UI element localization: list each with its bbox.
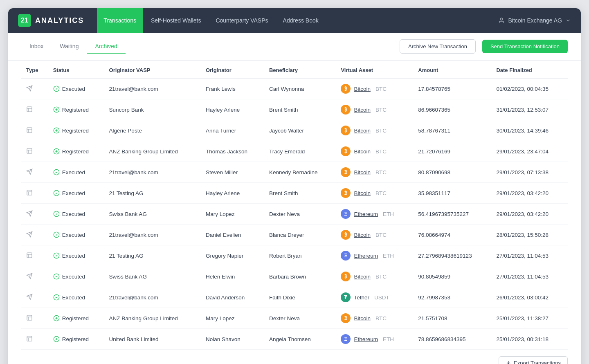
asset-name[interactable]: Bitcoin: [354, 128, 371, 134]
asset-name[interactable]: Bitcoin: [354, 148, 371, 155]
cell-originator-vasp: ANZ Banking Group Limited: [104, 141, 201, 162]
cell-virtual-asset: ₿ Bitcoin BTC: [336, 120, 413, 141]
cell-status: Executed: [48, 79, 104, 99]
cell-date: 27/01/2023, 11:04:53: [491, 266, 568, 287]
asset-name[interactable]: Bitcoin: [354, 274, 371, 280]
asset-name[interactable]: Bitcoin: [354, 315, 371, 321]
type-icon: [26, 232, 33, 239]
table-row[interactable]: Executed Swiss Bank AG Helen Elwin Barba…: [21, 266, 568, 287]
cell-originator: Hayley Arlene: [201, 183, 264, 204]
tab-waiting[interactable]: Waiting: [52, 40, 87, 54]
type-icon: [26, 107, 33, 114]
cell-amount: 21.72076169: [413, 141, 491, 162]
table-row[interactable]: Registered Algérie Poste Anna Turner Jay…: [21, 120, 568, 141]
tab-inbox[interactable]: Inbox: [21, 40, 52, 54]
status-label: Executed: [62, 211, 85, 217]
nav-link-addressbook[interactable]: Address Book: [277, 8, 325, 33]
cell-type: [21, 287, 48, 308]
asset-name[interactable]: Ethereum: [354, 211, 378, 217]
cell-originator-vasp: 21travel@bank.com: [104, 287, 201, 308]
asset-ticker: BTC: [375, 169, 387, 175]
cell-type: [21, 183, 48, 204]
cell-type: [21, 120, 48, 141]
cell-amount: 78.8659686834395: [413, 329, 491, 350]
table-row[interactable]: Registered ANZ Banking Group Limited Mar…: [21, 308, 568, 329]
status-label: Registered: [62, 148, 89, 155]
svg-point-0: [501, 18, 503, 20]
cell-type: [21, 99, 48, 120]
cell-status: Executed: [48, 225, 104, 245]
cell-type: [21, 266, 48, 287]
plus-circle-icon: [53, 106, 60, 113]
asset-name[interactable]: Bitcoin: [354, 107, 371, 113]
asset-name[interactable]: Bitcoin: [354, 169, 371, 175]
cell-originator: Nolan Shavon: [201, 329, 264, 350]
col-amount: Amount: [413, 61, 491, 79]
asset-icon: ₿: [341, 146, 351, 156]
asset-name[interactable]: Bitcoin: [354, 86, 371, 92]
tab-archived[interactable]: Archived: [87, 40, 125, 54]
asset-name[interactable]: Tether: [354, 294, 369, 301]
table-row[interactable]: Executed 21travel@bank.com Frank Lewis C…: [21, 79, 568, 99]
asset-icon: ₮: [341, 292, 351, 302]
nav-user[interactable]: Bitcoin Exchange AG: [498, 17, 571, 24]
cell-amount: 92.79987353: [413, 287, 491, 308]
cell-status: Executed: [48, 287, 104, 308]
chevron-down-icon: [565, 18, 571, 23]
table-row[interactable]: Registered Suncorp Bank Hayley Arlene Br…: [21, 99, 568, 120]
table-row[interactable]: Executed 21travel@bank.com Daniel Evelie…: [21, 225, 568, 245]
app-container: 21 ANALYTICS Transactions Self-Hosted Wa…: [8, 8, 581, 364]
table-row[interactable]: Executed 21 Testing AG Hayley Arlene Bre…: [21, 183, 568, 204]
cell-date: 01/02/2023, 00:04:35: [491, 79, 568, 99]
asset-name[interactable]: Ethereum: [354, 253, 378, 259]
table-row[interactable]: Executed 21travel@bank.com David Anderso…: [21, 287, 568, 308]
check-circle-icon: [53, 294, 60, 301]
nav-link-selfhosted[interactable]: Self-Hosted Wallets: [144, 8, 207, 33]
table-row[interactable]: Executed 21travel@bank.com Steven Miller…: [21, 162, 568, 183]
check-circle-icon: [53, 85, 60, 92]
logo-text: ANALYTICS: [35, 16, 84, 25]
cell-date: 26/01/2023, 03:00:42: [491, 287, 568, 308]
cell-virtual-asset: Ξ Ethereum ETH: [336, 245, 413, 266]
export-transactions-button[interactable]: Export Transactions: [499, 356, 568, 364]
cell-date: 28/01/2023, 15:50:28: [491, 225, 568, 245]
col-type: Type: [21, 61, 48, 79]
asset-name[interactable]: Bitcoin: [354, 232, 371, 238]
table-row[interactable]: Registered ANZ Banking Group Limited Tho…: [21, 141, 568, 162]
asset-icon: ₿: [341, 188, 351, 198]
col-beneficiary: Beneficiary: [264, 61, 336, 79]
col-date: Date Finalized: [491, 61, 568, 79]
cell-amount: 56.41967395735227: [413, 204, 491, 225]
cell-beneficiary: Blanca Dreyer: [264, 225, 336, 245]
svg-rect-33: [27, 336, 32, 341]
svg-rect-17: [27, 190, 32, 195]
cell-beneficiary: Jaycob Walter: [264, 120, 336, 141]
logo-box: 21: [18, 14, 31, 27]
cell-amount: 58.78767311: [413, 120, 491, 141]
nav-link-transactions[interactable]: Transactions: [97, 8, 143, 33]
archive-new-transaction-button[interactable]: Archive New Transaction: [400, 39, 476, 54]
col-originator: Originator: [201, 61, 264, 79]
logo: 21 ANALYTICS: [18, 14, 84, 27]
table-row[interactable]: Registered United Bank Limited Nolan Sha…: [21, 329, 568, 350]
asset-name[interactable]: Bitcoin: [354, 190, 371, 196]
cell-status: Executed: [48, 245, 104, 266]
nav-link-counterparty[interactable]: Counterparty VASPs: [209, 8, 274, 33]
asset-icon: ₿: [341, 272, 351, 281]
table-row[interactable]: Executed Swiss Bank AG Mary Lopez Dexter…: [21, 204, 568, 225]
table-wrap: Type Status Originator VASP Originator B…: [8, 61, 581, 350]
table-row[interactable]: Executed 21 Testing AG Gregory Napier Ro…: [21, 245, 568, 266]
cell-type: [21, 162, 48, 183]
asset-ticker: ETH: [383, 253, 394, 259]
cell-type: [21, 141, 48, 162]
cell-virtual-asset: ₿ Bitcoin BTC: [336, 79, 413, 99]
asset-icon: ₿: [341, 84, 351, 94]
send-transaction-notification-button[interactable]: Send Transaction Notification: [482, 40, 568, 53]
asset-name[interactable]: Ethereum: [354, 336, 378, 342]
asset-ticker: ETH: [383, 211, 394, 217]
cell-status: Registered: [48, 308, 104, 329]
nav: 21 ANALYTICS Transactions Self-Hosted Wa…: [8, 8, 581, 33]
cell-virtual-asset: ₿ Bitcoin BTC: [336, 99, 413, 120]
cell-date: 25/01/2023, 11:38:27: [491, 308, 568, 329]
asset-ticker: BTC: [375, 107, 387, 113]
